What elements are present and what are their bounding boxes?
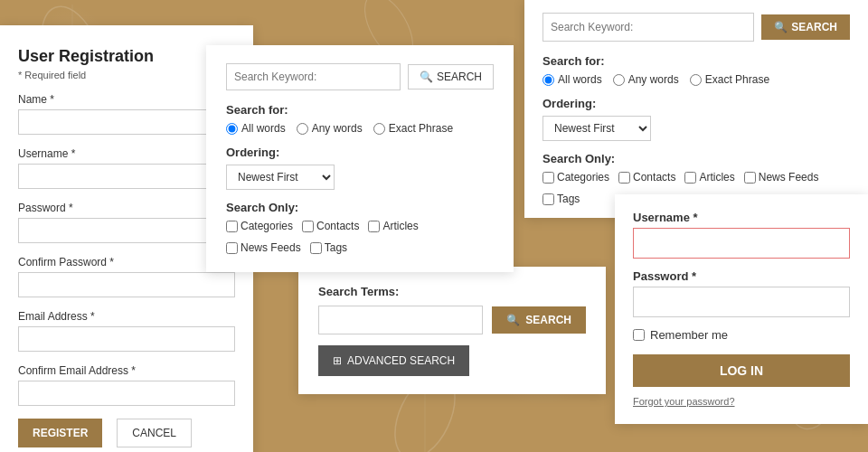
advanced-search-button[interactable]: ⊞ ADVANCED SEARCH — [318, 345, 469, 376]
confirm-email-label: Confirm Email Address * — [18, 364, 235, 377]
search-terms-label: SEARCH — [525, 314, 571, 326]
cancel-button[interactable]: CANCEL — [117, 419, 192, 447]
search-small-label: SEARCH — [437, 71, 482, 83]
radio-all-words-input[interactable] — [226, 123, 238, 135]
search-top-icon: 🔍 — [774, 21, 788, 33]
search-terms-title: Search Terms: — [318, 285, 586, 298]
top-checkbox-news-feeds[interactable]: News Feeds — [744, 171, 819, 184]
remember-me-row: Remember me — [633, 328, 850, 342]
top-checkbox-categories[interactable]: Categories — [542, 171, 609, 184]
search-small-keyword-input[interactable] — [226, 63, 401, 90]
confirm-password-label: Confirm Password * — [18, 256, 235, 268]
email-field: Email Address * — [18, 310, 235, 352]
ordering-title: Ordering: — [226, 146, 494, 159]
radio-any-words-input[interactable] — [297, 123, 308, 135]
search-terms-input[interactable] — [318, 306, 483, 334]
search-only-checkboxes: Categories Contacts Articles News Feeds … — [226, 220, 494, 254]
login-username-field: Username * — [633, 211, 850, 259]
username-field: Username * — [18, 147, 235, 189]
search-terms-panel: Search Terms: 🔍 SEARCH ⊞ ADVANCED SEARCH — [298, 267, 606, 394]
username-label: Username * — [18, 147, 235, 160]
confirm-password-input[interactable] — [18, 272, 235, 297]
search-top-for-title: Search for: — [542, 54, 850, 68]
advanced-search-icon: ⊞ — [333, 354, 342, 367]
search-small-icon: 🔍 — [420, 71, 433, 83]
checkbox-articles[interactable]: Articles — [368, 220, 418, 232]
top-radio-any-words[interactable]: Any words — [613, 73, 679, 86]
login-password-field: Password * — [633, 269, 850, 317]
username-input[interactable] — [18, 164, 235, 189]
top-radio-any-words-input[interactable] — [613, 74, 625, 86]
search-small-button[interactable]: 🔍 SEARCH — [408, 64, 494, 89]
radio-exact-phrase-label: Exact Phrase — [389, 122, 453, 135]
confirm-password-field: Confirm Password * — [18, 256, 235, 297]
radio-any-words-label: Any words — [312, 122, 363, 135]
ordering-select[interactable]: Newest First — [226, 165, 335, 190]
search-top-radio-group: All words Any words Exact Phrase — [542, 73, 850, 86]
checkbox-contacts[interactable]: Contacts — [302, 220, 359, 232]
search-top-panel: 🔍 SEARCH Search for: All words Any words… — [524, 0, 868, 218]
top-radio-exact-phrase[interactable]: Exact Phrase — [690, 73, 769, 86]
top-radio-all-words-label: All words — [558, 73, 602, 86]
search-terms-button[interactable]: 🔍 SEARCH — [492, 306, 586, 334]
forgot-password-link[interactable]: Forgot your password? — [633, 396, 735, 407]
search-top-button[interactable]: 🔍 SEARCH — [761, 14, 850, 40]
top-ordering-row: Newest First — [542, 116, 850, 141]
name-label: Name * — [18, 93, 235, 106]
radio-exact-phrase-input[interactable] — [373, 123, 385, 135]
remember-me-checkbox[interactable] — [633, 329, 645, 341]
top-radio-all-words[interactable]: All words — [542, 73, 602, 86]
required-note: * Required field — [18, 70, 235, 80]
top-checkbox-contacts[interactable]: Contacts — [618, 171, 675, 184]
name-field: Name * — [18, 93, 235, 135]
password-input[interactable] — [18, 218, 235, 243]
login-password-input[interactable] — [633, 287, 850, 317]
remember-me-label: Remember me — [650, 328, 728, 342]
top-checkbox-tags[interactable]: Tags — [542, 193, 580, 205]
login-username-label: Username * — [633, 211, 850, 224]
radio-exact-phrase[interactable]: Exact Phrase — [373, 122, 453, 135]
login-panel: Username * Password * Remember me LOG IN… — [615, 194, 868, 424]
top-radio-exact-phrase-label: Exact Phrase — [705, 73, 769, 86]
search-top-label: SEARCH — [791, 21, 837, 33]
name-input[interactable] — [18, 109, 235, 135]
search-small-panel: 🔍 SEARCH Search for: All words Any words… — [206, 45, 514, 272]
password-field: Password * — [18, 202, 235, 243]
confirm-email-field: Confirm Email Address * — [18, 364, 235, 406]
checkbox-tags[interactable]: Tags — [310, 241, 347, 254]
password-label: Password * — [18, 202, 235, 214]
advanced-search-label: ADVANCED SEARCH — [347, 354, 455, 367]
ordering-row: Newest First — [226, 165, 494, 190]
confirm-email-input[interactable] — [18, 381, 235, 406]
search-only-title: Search Only: — [226, 201, 494, 214]
login-password-label: Password * — [633, 269, 850, 283]
search-small-radio-group: All words Any words Exact Phrase — [226, 122, 494, 135]
checkbox-categories[interactable]: Categories — [226, 220, 293, 232]
top-checkbox-articles[interactable]: Articles — [684, 171, 734, 184]
login-username-input[interactable] — [633, 228, 850, 259]
radio-all-words-label: All words — [241, 122, 286, 135]
top-radio-all-words-input[interactable] — [542, 74, 554, 86]
search-top-keyword-input[interactable] — [542, 13, 754, 42]
radio-all-words[interactable]: All words — [226, 122, 286, 135]
top-radio-any-words-label: Any words — [628, 73, 679, 86]
email-input[interactable] — [18, 326, 235, 352]
checkbox-news-feeds[interactable]: News Feeds — [226, 241, 301, 254]
top-search-only-title: Search Only: — [542, 152, 850, 165]
search-terms-icon: 🔍 — [506, 314, 520, 326]
top-ordering-title: Ordering: — [542, 97, 850, 110]
register-button[interactable]: REGISTER — [18, 419, 102, 447]
top-radio-exact-phrase-input[interactable] — [690, 74, 702, 86]
email-label: Email Address * — [18, 310, 235, 323]
registration-title: User Registration — [18, 47, 235, 66]
login-button[interactable]: LOG IN — [633, 354, 850, 387]
radio-any-words[interactable]: Any words — [297, 122, 363, 135]
search-small-for-title: Search for: — [226, 103, 494, 117]
top-ordering-select[interactable]: Newest First — [542, 116, 651, 141]
